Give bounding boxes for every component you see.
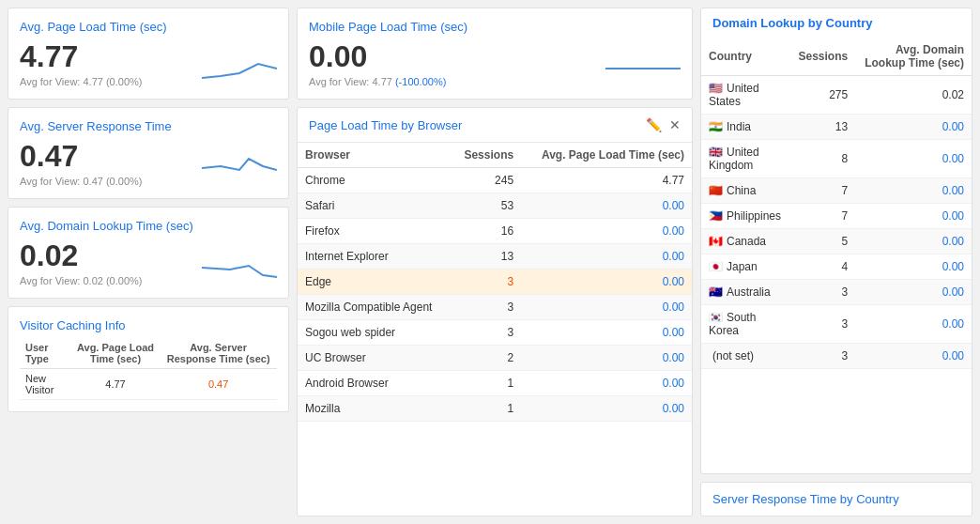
country-flag: 🇯🇵 [709, 260, 723, 273]
avg-server-response-value: 0.47 [20, 139, 142, 174]
avg-server-response-sparkline [202, 149, 277, 187]
lookup-avg: 0.00 [855, 115, 972, 140]
lookup-col-sessions: Sessions [790, 38, 855, 76]
browser-row: Firefox 16 0.00 [298, 219, 692, 244]
lookup-sessions: 7 [790, 204, 855, 229]
lookup-row: 🇦🇺Australia 3 0.00 [701, 280, 972, 305]
browser-name: Edge [298, 270, 452, 295]
browser-row: Edge 3 0.00 [298, 270, 692, 295]
lookup-row: 🇰🇷South Korea 3 0.00 [701, 305, 972, 344]
lookup-sessions: 13 [790, 115, 855, 140]
browser-row: Sogou web spider 3 0.00 [298, 320, 692, 346]
mobile-page-load-card: Mobile Page Load Time (sec) 0.00 Avg for… [297, 8, 693, 100]
browser-sessions: 53 [452, 193, 521, 219]
caching-server-response: 0.47 [160, 369, 277, 400]
caching-col-server-response: Avg. Server Response Time (sec) [160, 338, 277, 369]
edit-icon[interactable]: ✏️ [646, 117, 662, 132]
server-response-footer-title: Server Response Time by Country [712, 492, 960, 506]
browser-avg-load: 0.00 [521, 244, 692, 270]
lookup-avg: 0.00 [855, 204, 972, 229]
avg-domain-lookup-card: Avg. Domain Lookup Time (sec) 0.02 Avg f… [8, 207, 289, 299]
browser-row: Android Browser 1 0.00 [298, 371, 692, 396]
browser-avg-load: 0.00 [521, 346, 692, 371]
caching-user-type: New Visitor [20, 369, 71, 400]
browser-row: Chrome 245 4.77 [298, 168, 692, 193]
mobile-page-load-title: Mobile Page Load Time (sec) [309, 20, 681, 34]
country-flag: 🇺🇸 [709, 82, 723, 95]
lookup-country: 🇦🇺Australia [701, 280, 790, 305]
lookup-avg: 0.00 [855, 305, 972, 344]
browser-table-wrap: Browser Sessions Avg. Page Load Time (se… [298, 143, 692, 422]
browser-row: Internet Explorer 13 0.00 [298, 244, 692, 270]
browser-avg-load: 0.00 [521, 320, 692, 346]
avg-domain-lookup-sparkline [202, 249, 277, 286]
lookup-sessions: 3 [790, 344, 855, 369]
browser-avg-load: 0.00 [521, 193, 692, 219]
lookup-row: 🇨🇦Canada 5 0.00 [701, 229, 972, 254]
avg-domain-lookup-value: 0.02 [20, 239, 142, 273]
browser-name: Internet Explorer [298, 244, 452, 270]
lookup-country: 🇵🇭Philippines [701, 204, 790, 229]
avg-page-load-value: 4.77 [20, 39, 142, 74]
browser-table: Browser Sessions Avg. Page Load Time (se… [298, 143, 692, 422]
caching-col-page-load: Avg. Page Load Time (sec) [71, 338, 160, 369]
left-column: Avg. Page Load Time (sec) 4.77 Avg for V… [8, 8, 289, 516]
lookup-sessions: 4 [790, 254, 855, 280]
avg-domain-lookup-avg: Avg for View: 0.02 (0.00%) [20, 275, 142, 286]
browser-avg-load: 0.00 [521, 295, 692, 320]
browser-col-browser: Browser [298, 143, 452, 168]
lookup-country: 🇬🇧United Kingdom [701, 140, 790, 178]
country-flag: 🇮🇳 [709, 120, 723, 133]
main-container: Avg. Page Load Time (sec) 4.77 Avg for V… [0, 0, 980, 524]
browser-sessions: 13 [452, 244, 521, 270]
lookup-row: 🇺🇸United States 275 0.02 [701, 76, 972, 115]
lookup-avg: 0.00 [855, 254, 972, 280]
lookup-avg: 0.00 [855, 280, 972, 305]
browser-sessions: 245 [452, 168, 521, 193]
close-icon[interactable]: ✕ [669, 117, 681, 132]
browser-avg-load: 4.77 [521, 168, 692, 193]
country-flag: 🇰🇷 [709, 311, 723, 324]
lookup-country: 🇰🇷South Korea [701, 305, 790, 344]
browser-name: Android Browser [298, 371, 452, 396]
browser-card-header: Page Load Time by Browser ✏️ ✕ [298, 108, 692, 143]
avg-server-response-avg: Avg for View: 0.47 (0.00%) [20, 176, 142, 187]
lookup-row: 🇮🇳India 13 0.00 [701, 115, 972, 140]
avg-server-response-title: Avg. Server Response Time [20, 119, 277, 133]
browser-card-icons: ✏️ ✕ [646, 117, 681, 132]
lookup-sessions: 7 [790, 178, 855, 204]
lookup-country: 🇮🇳India [701, 115, 790, 140]
avg-domain-lookup-title: Avg. Domain Lookup Time (sec) [20, 219, 277, 233]
lookup-avg: 0.00 [855, 344, 972, 369]
browser-col-sessions: Sessions [452, 143, 521, 168]
lookup-sessions: 8 [790, 140, 855, 178]
browser-sessions: 1 [452, 371, 521, 396]
lookup-row: (not set) 3 0.00 [701, 344, 972, 369]
browser-sessions: 16 [452, 219, 521, 244]
country-flag: 🇬🇧 [709, 146, 723, 159]
browser-sessions: 3 [452, 270, 521, 295]
country-flag: 🇵🇭 [709, 209, 723, 223]
lookup-row: 🇵🇭Philippines 7 0.00 [701, 204, 972, 229]
visitor-caching-card: Visitor Caching Info User Type Avg. Page… [8, 306, 289, 412]
browser-row: Mozilla 1 0.00 [298, 396, 692, 422]
lookup-country: 🇯🇵Japan [701, 254, 790, 280]
browser-avg-load: 0.00 [521, 219, 692, 244]
caching-col-user-type: User Type [20, 338, 71, 369]
browser-col-avg-load: Avg. Page Load Time (sec) [521, 143, 692, 168]
lookup-col-avg-lookup: Avg. Domain Lookup Time (sec) [855, 38, 972, 76]
lookup-col-country: Country [701, 38, 790, 76]
lookup-sessions: 3 [790, 280, 855, 305]
browser-avg-load: 0.00 [521, 270, 692, 295]
lookup-row: 🇬🇧United Kingdom 8 0.00 [701, 140, 972, 178]
lookup-sessions: 275 [790, 76, 855, 115]
avg-page-load-avg: Avg for View: 4.77 (0.00%) [20, 76, 142, 87]
browser-card: Page Load Time by Browser ✏️ ✕ Browser S… [297, 107, 693, 516]
lookup-row: 🇨🇳China 7 0.00 [701, 178, 972, 204]
visitor-caching-title: Visitor Caching Info [20, 318, 277, 332]
browser-row: Safari 53 0.00 [298, 193, 692, 219]
browser-sessions: 3 [452, 320, 521, 346]
lookup-country: 🇺🇸United States [701, 76, 790, 115]
browser-name: UC Browser [298, 346, 452, 371]
lookup-avg: 0.00 [855, 178, 972, 204]
